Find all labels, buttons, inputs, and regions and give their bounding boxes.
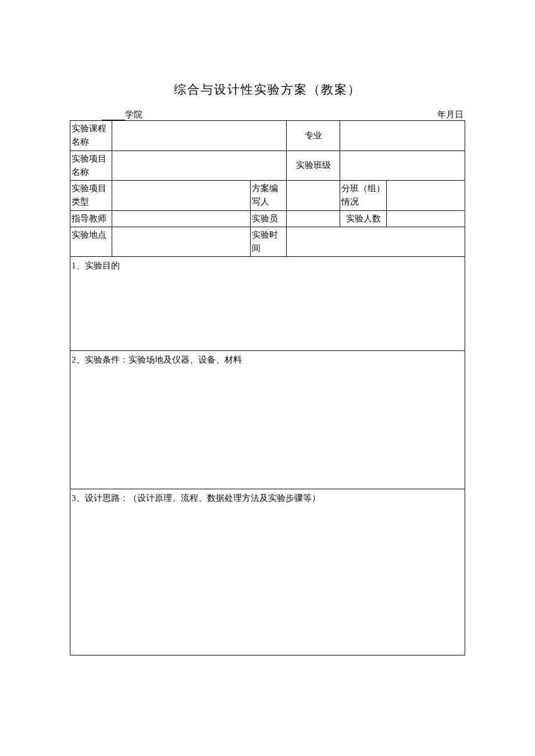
label-location: 实验地点 xyxy=(70,227,112,257)
value-grouping[interactable] xyxy=(387,181,465,211)
college-label: 学院 xyxy=(102,109,142,120)
value-major[interactable] xyxy=(340,121,465,151)
section-conditions[interactable]: 2、实验条件：实验场地及仪器、设备、材料 xyxy=(70,351,465,489)
label-major: 专业 xyxy=(287,121,340,151)
value-experimenter[interactable] xyxy=(287,210,340,227)
value-instructor[interactable] xyxy=(112,210,251,227)
page-title: 综合与设计性实验方案（教案） xyxy=(70,81,465,98)
label-instructor: 指导教师 xyxy=(70,210,112,227)
value-location[interactable] xyxy=(112,227,251,257)
value-project-type[interactable] xyxy=(112,181,251,211)
header-row: 学院 年月日 xyxy=(70,109,465,120)
value-headcount[interactable] xyxy=(387,210,465,227)
table-row: 3、设计思路：（设计原理、流程、数据处理方法及实验步骤等） xyxy=(70,489,465,655)
label-headcount: 实验人数 xyxy=(340,210,387,227)
value-author[interactable] xyxy=(287,181,340,211)
section-purpose[interactable]: 1、实验目的 xyxy=(70,257,465,351)
value-class[interactable] xyxy=(340,151,465,181)
form-table: 实验课程名称 专业 实验项目名称 实验班级 实验项目类型 方案编写人 分班（组）… xyxy=(70,120,465,655)
value-project-name[interactable] xyxy=(112,151,287,181)
table-row: 实验项目类型 方案编写人 分班（组）情况 xyxy=(70,181,465,211)
label-project-type: 实验项目类型 xyxy=(70,181,112,211)
table-row: 2、实验条件：实验场地及仪器、设备、材料 xyxy=(70,351,465,489)
label-course-name: 实验课程名称 xyxy=(70,121,112,151)
value-time[interactable] xyxy=(287,227,465,257)
label-project-name: 实验项目名称 xyxy=(70,151,112,181)
table-row: 实验项目名称 实验班级 xyxy=(70,151,465,181)
value-course-name[interactable] xyxy=(112,121,287,151)
table-row: 指导教师 实验员 实验人数 xyxy=(70,210,465,227)
section-design[interactable]: 3、设计思路：（设计原理、流程、数据处理方法及实验步骤等） xyxy=(70,489,465,655)
table-row: 1、实验目的 xyxy=(70,257,465,351)
label-author: 方案编写人 xyxy=(251,181,287,211)
date-label: 年月日 xyxy=(437,109,463,120)
table-row: 实验地点 实验时间 xyxy=(70,227,465,257)
label-class: 实验班级 xyxy=(287,151,340,181)
label-time: 实验时间 xyxy=(251,227,287,257)
label-grouping: 分班（组）情况 xyxy=(340,181,387,211)
table-row: 实验课程名称 专业 xyxy=(70,121,465,151)
label-experimenter: 实验员 xyxy=(251,210,287,227)
